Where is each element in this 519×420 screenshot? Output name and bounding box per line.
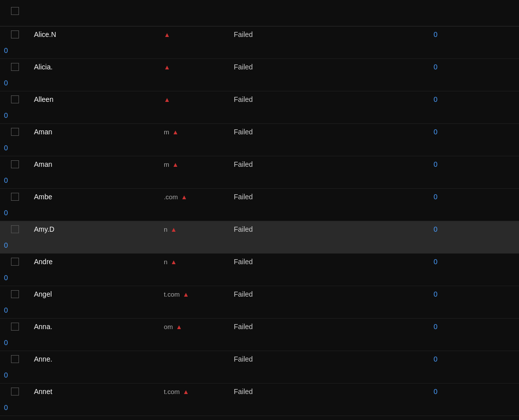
row-synced: 0: [430, 286, 510, 302]
row-synced: 0: [430, 124, 510, 140]
row-email: [160, 355, 230, 363]
row-checkbox-col[interactable]: [0, 221, 30, 237]
row-checkbox-col[interactable]: [0, 189, 30, 205]
row-synced: 0: [430, 416, 510, 420]
row-score: [340, 30, 430, 38]
row-skipped: 0: [0, 107, 30, 123]
row-status: Failed: [230, 254, 340, 270]
row-skipped: 0: [0, 140, 30, 156]
row-status: Failed: [230, 91, 340, 107]
row-synced: 0: [430, 351, 510, 367]
header-synced: [430, 5, 510, 17]
select-all-checkbox[interactable]: [11, 7, 19, 15]
row-name: Alice.N: [30, 26, 160, 42]
warning-icon: ▲: [164, 31, 170, 38]
row-name: Amy.D: [30, 221, 160, 237]
warning-icon: ▲: [176, 323, 182, 331]
row-name: Anna.: [30, 319, 160, 335]
row-status: Failed: [230, 221, 340, 237]
row-checkbox-col[interactable]: [0, 416, 30, 420]
row-synced: 0: [430, 59, 510, 75]
row-checkbox[interactable]: [11, 290, 19, 298]
email-partial: t.com: [164, 291, 180, 298]
row-email: om ▲: [160, 417, 230, 420]
row-checkbox-col[interactable]: [0, 254, 30, 270]
row-checkbox[interactable]: [11, 63, 19, 71]
row-checkbox-col[interactable]: [0, 384, 30, 400]
table-header: [0, 0, 519, 26]
row-checkbox-col[interactable]: [0, 286, 30, 302]
row-name: Arnec: [30, 416, 160, 420]
row-status: Failed: [230, 416, 340, 420]
table-body: Alice.N ▲ Failed 0 0 Alicia. ▲ Failed 0 …: [0, 26, 519, 420]
row-score: [340, 258, 430, 266]
row-skipped: 0: [0, 335, 30, 351]
email-partial: m: [164, 161, 169, 168]
row-skipped: 0: [0, 205, 30, 221]
email-partial: n: [164, 226, 167, 233]
row-checkbox[interactable]: [11, 323, 19, 331]
table-row: Andre n ▲ Failed 0 0: [0, 254, 519, 286]
row-name: Alicia.: [30, 59, 160, 75]
row-name: Andre: [30, 254, 160, 270]
row-checkbox[interactable]: [11, 30, 19, 38]
row-score: [340, 290, 430, 298]
row-checkbox[interactable]: [11, 355, 19, 363]
row-skipped: 0: [0, 270, 30, 286]
warning-icon: ▲: [170, 258, 177, 266]
table-row: Anna. om ▲ Failed 0 0: [0, 319, 519, 351]
row-checkbox[interactable]: [11, 258, 19, 266]
row-checkbox-col[interactable]: [0, 156, 30, 172]
row-checkbox[interactable]: [11, 95, 19, 103]
row-checkbox[interactable]: [11, 128, 19, 136]
row-checkbox-col[interactable]: [0, 319, 30, 335]
header-email: [160, 5, 230, 17]
row-email: ▲: [160, 27, 230, 42]
row-email: .com ▲: [160, 189, 230, 205]
row-synced: 0: [430, 26, 510, 42]
row-score: [340, 355, 430, 363]
row-synced: 0: [430, 319, 510, 335]
row-checkbox-col[interactable]: [0, 91, 30, 107]
row-checkbox[interactable]: [11, 225, 19, 233]
row-skipped: 0: [0, 400, 30, 416]
row-checkbox[interactable]: [11, 193, 19, 201]
table-row: Aman m ▲ Failed 0 0: [0, 124, 519, 156]
row-status: Failed: [230, 384, 340, 400]
row-email: om ▲: [160, 319, 230, 335]
row-checkbox[interactable]: [11, 388, 19, 396]
row-score: [340, 193, 430, 201]
row-checkbox-col[interactable]: [0, 26, 30, 42]
email-partial: om: [164, 323, 173, 331]
row-status: Failed: [230, 156, 340, 172]
email-partial: .com: [164, 193, 178, 201]
row-name: Alleen: [30, 91, 160, 107]
row-synced: 0: [430, 254, 510, 270]
row-synced: 0: [430, 189, 510, 205]
warning-icon: ▲: [164, 63, 170, 71]
row-checkbox-col[interactable]: [0, 351, 30, 367]
row-score: [340, 160, 430, 168]
row-checkbox-col[interactable]: [0, 124, 30, 140]
row-email: ▲: [160, 92, 230, 107]
row-synced: 0: [430, 221, 510, 237]
table-row: Alicia. ▲ Failed 0 0: [0, 59, 519, 91]
table-row: Anne. Failed 0 0: [0, 351, 519, 384]
row-name: Aman: [30, 124, 160, 140]
table-row: Angel t.com ▲ Failed 0 0: [0, 286, 519, 319]
row-skipped: 0: [0, 367, 30, 383]
row-name: Angel: [30, 286, 160, 302]
warning-icon: ▲: [183, 291, 189, 298]
email-partial: m: [164, 128, 169, 136]
header-skipped: [0, 17, 30, 21]
row-skipped: 0: [0, 75, 30, 91]
row-checkbox-col[interactable]: [0, 59, 30, 75]
row-status: Failed: [230, 59, 340, 75]
header-score: [340, 5, 430, 17]
row-score: [340, 323, 430, 331]
row-checkbox[interactable]: [11, 160, 19, 168]
row-name: Ambe: [30, 189, 160, 205]
warning-icon: ▲: [172, 161, 179, 168]
row-name: Aman: [30, 156, 160, 172]
row-status: Failed: [230, 26, 340, 42]
